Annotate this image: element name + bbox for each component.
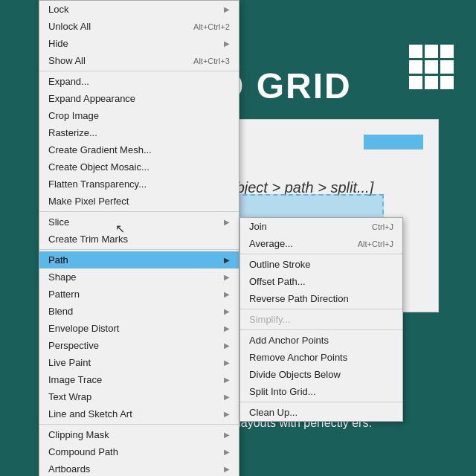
menu-item-envelope-distort-arrow: ▶ [224,324,230,332]
menu-item-gradient-mesh-label: Create Gradient Mesh... [48,144,152,155]
menu-item-expand-label: Expand... [48,76,89,87]
menu-item-lock-arrow: ▶ [224,5,230,13]
menu-item-flatten-transparency[interactable]: Flatten Transparency... [39,176,239,193]
menu-item-unlock-all-label: Unlock All [48,21,91,32]
menu-item-text-wrap-label: Text Wrap [48,391,91,402]
menu-item-perspective-label: Perspective [48,340,99,351]
menu-item-pattern[interactable]: Pattern ▶ [39,286,239,303]
submenu-item-join-label: Join [249,221,267,232]
menu-item-pixel-perfect-label: Make Pixel Perfect [48,196,129,207]
submenu-item-remove-anchor-points[interactable]: Remove Anchor Points [240,349,402,366]
menu-item-envelope-distort-label: Envelope Distort [48,323,119,334]
menu-item-path[interactable]: Path ▶ [39,251,239,268]
submenu-item-add-anchor-points[interactable]: Add Anchor Points [240,332,402,349]
menu-item-pixel-perfect[interactable]: Make Pixel Perfect [39,193,239,210]
menu-item-show-all-shortcut: Alt+Ctrl+3 [193,57,230,65]
menu-item-compound-path-label: Compound Path [48,446,118,457]
submenu-item-split-into-grid[interactable]: Split Into Grid... [240,383,402,400]
submenu-item-average-shortcut: Alt+Ctrl+J [358,239,393,248]
submenu-item-divide-objects-below[interactable]: Divide Objects Below [240,366,402,383]
menu-item-blend-arrow: ▶ [224,307,230,315]
menu-item-perspective[interactable]: Perspective ▶ [39,337,239,354]
menu-item-trim-marks[interactable]: Create Trim Marks [39,231,239,248]
menu-item-compound-path-arrow: ▶ [224,448,230,456]
menu-item-pattern-label: Pattern [48,289,80,300]
submenu-item-offset-path[interactable]: Offset Path... [240,273,402,290]
menu-item-blend-label: Blend [48,306,73,317]
menu-item-gradient-mesh[interactable]: Create Gradient Mesh... [39,141,239,158]
menu-item-artboards-arrow: ▶ [224,465,230,473]
submenu-item-simplify-label: Simplify... [249,314,290,325]
menu-item-unlock-all[interactable]: Unlock All Alt+Ctrl+2 [39,18,239,35]
divider-1 [39,71,239,71]
menu-item-hide[interactable]: Hide ▶ [39,35,239,52]
menu-item-slice-label: Slice [48,216,69,228]
menu-item-lock[interactable]: Lock ▶ [39,1,239,18]
menu-item-flatten-transparency-label: Flatten Transparency... [48,178,147,190]
menu-item-line-sketch-art-arrow: ▶ [224,410,230,418]
menu-item-object-mosaic-label: Create Object Mosaic... [48,161,149,173]
menu-item-envelope-distort[interactable]: Envelope Distort ▶ [39,320,239,337]
submenu-item-average-label: Average... [249,238,293,249]
submenu-item-divide-objects-below-label: Divide Objects Below [249,369,341,380]
menu-item-slice-arrow: ▶ [224,218,230,226]
menu-item-show-all-label: Show All [48,55,86,66]
menu-item-expand-appearance-label: Expand Appearance [48,93,135,104]
menu-item-artboards[interactable]: Artboards ▶ [39,460,239,476]
menu-item-line-sketch-art[interactable]: Line and Sketch Art ▶ [39,405,239,422]
submenu-item-split-into-grid-label: Split Into Grid... [249,386,316,397]
divider-3 [39,249,239,250]
menu-item-text-wrap[interactable]: Text Wrap ▶ [39,388,239,405]
submenu-item-simplify[interactable]: Simplify... [240,311,402,328]
menu-item-expand[interactable]: Expand... [39,73,239,90]
menu-item-perspective-arrow: ▶ [224,341,230,350]
menu-item-rasterize[interactable]: Rasterize... [39,124,239,141]
menu-item-pattern-arrow: ▶ [224,290,230,298]
canvas-blue-bar [364,135,423,149]
menu-item-path-label: Path [48,254,68,266]
menu-item-unlock-all-shortcut: Alt+Ctrl+2 [193,22,230,31]
menu-item-image-trace-label: Image Trace [48,374,102,385]
menu-item-clipping-mask[interactable]: Clipping Mask ▶ [39,426,239,443]
menu-item-live-paint-label: Live Paint [48,357,91,368]
menu-item-image-trace[interactable]: Image Trace ▶ [39,371,239,388]
menu-item-object-mosaic[interactable]: Create Object Mosaic... [39,158,239,176]
menu-item-artboards-label: Artboards [48,463,90,475]
submenu-item-average[interactable]: Average... Alt+Ctrl+J [240,235,402,252]
submenu-item-remove-anchor-points-label: Remove Anchor Points [249,352,347,363]
submenu-divider-2 [240,309,402,309]
menu-item-live-paint[interactable]: Live Paint ▶ [39,354,239,371]
submenu-item-reverse-path-direction[interactable]: Reverse Path Direction [240,290,402,307]
menu-item-image-trace-arrow: ▶ [224,376,230,384]
submenu-divider-3 [240,329,402,330]
menu-item-live-paint-arrow: ▶ [224,358,230,367]
menu-item-shape-label: Shape [48,271,77,283]
submenu-item-outline-stroke[interactable]: Outline Stroke [240,256,402,273]
menu-item-trim-marks-label: Create Trim Marks [48,234,128,245]
menu-item-crop-image-label: Crop Image [48,110,99,121]
submenu-item-clean-up-label: Clean Up... [249,407,298,418]
menu-item-hide-label: Hide [48,38,68,49]
submenu-item-clean-up[interactable]: Clean Up... [240,404,402,421]
menu-item-blend[interactable]: Blend ▶ [39,303,239,320]
menu-item-shape[interactable]: Shape ▶ [39,268,239,286]
submenu-divider-1 [240,254,402,254]
divider-4 [39,424,239,425]
menu-item-rasterize-label: Rasterize... [48,127,97,138]
menu-item-show-all[interactable]: Show All Alt+Ctrl+3 [39,52,239,69]
menu-item-compound-path[interactable]: Compound Path ▶ [39,443,239,460]
menu-item-slice[interactable]: Slice ▶ [39,213,239,231]
menu-item-crop-image[interactable]: Crop Image [39,107,239,124]
submenu-item-join-shortcut: Ctrl+J [372,222,393,231]
submenu-item-join[interactable]: Join Ctrl+J [240,218,402,235]
menu-item-expand-appearance[interactable]: Expand Appearance [39,90,239,107]
grid-icon [409,45,454,89]
menu-item-path-arrow: ▶ [224,256,230,264]
menu-item-shape-arrow: ▶ [224,273,230,281]
menu-item-line-sketch-art-label: Line and Sketch Art [48,408,132,419]
submenu-item-add-anchor-points-label: Add Anchor Points [249,335,329,346]
path-submenu: Join Ctrl+J Average... Alt+Ctrl+J Outlin… [239,217,403,422]
submenu-item-reverse-path-direction-label: Reverse Path Direction [249,293,349,304]
submenu-item-outline-stroke-label: Outline Stroke [249,259,310,270]
divider-2 [39,211,239,212]
